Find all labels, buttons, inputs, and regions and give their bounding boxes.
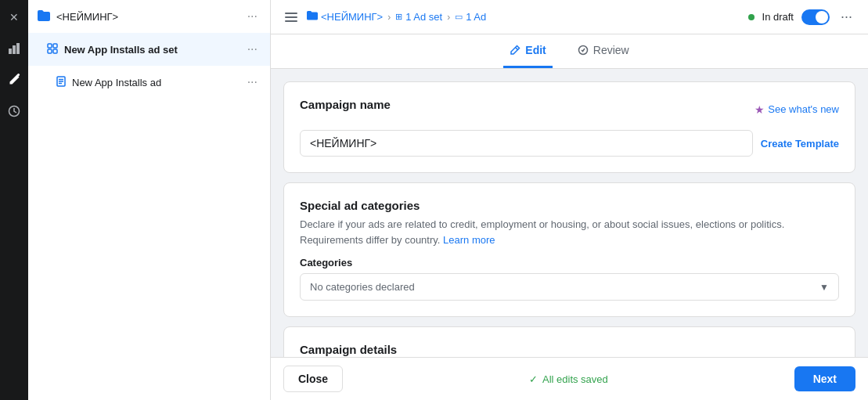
ad-label: New App Installs ad [72, 77, 244, 88]
campaign-name-header: Campaign name ★ See what's new [300, 98, 839, 121]
adset-breadcrumb-icon: ⊞ [395, 12, 402, 22]
pencil-nav-icon[interactable] [3, 69, 25, 91]
breadcrumb-ad[interactable]: ▭ 1 Ad [455, 11, 486, 23]
adset-label: New App Installs ad set [64, 44, 244, 56]
saved-status: ✓ All edits saved [529, 373, 608, 385]
top-bar: <НЕЙМИНГ> › ⊞ 1 Ad set › ▭ 1 Ad In draft… [271, 0, 868, 34]
campaign-more-button[interactable]: ··· [244, 8, 261, 25]
svg-rect-1 [13, 45, 16, 54]
svg-rect-6 [48, 49, 52, 53]
next-button[interactable]: Next [794, 366, 855, 391]
see-whats-new-button[interactable]: ★ See what's new [755, 103, 839, 116]
see-whats-new-label: See what's new [768, 103, 839, 115]
tab-edit[interactable]: Edit [503, 34, 552, 68]
svg-rect-13 [285, 16, 297, 18]
special-ad-categories-desc: Declare if your ads are related to credi… [300, 217, 839, 247]
sidebar-toggle-icon[interactable] [283, 9, 299, 25]
campaign-name-input[interactable] [300, 130, 753, 157]
topbar-more-button[interactable]: ··· [837, 5, 855, 28]
tab-review[interactable]: Review [571, 34, 636, 68]
campaign-breadcrumb-icon [307, 11, 318, 23]
check-icon: ✓ [529, 373, 538, 385]
adset-icon [47, 43, 58, 56]
breadcrumb-campaign[interactable]: <НЕЙМИНГ> [307, 11, 383, 23]
star-icon: ★ [755, 103, 765, 116]
chevron-down-icon: ▼ [819, 282, 829, 293]
sidebar-close-button[interactable]: ✕ [3, 6, 25, 28]
breadcrumb-sep-2: › [447, 12, 450, 23]
campaign-name-title: Campaign name [300, 98, 391, 111]
breadcrumb: <НЕЙМИНГ> › ⊞ 1 Ad set › ▭ 1 Ad [283, 9, 486, 25]
form-area: Campaign name ★ See what's new Create Te… [271, 69, 868, 357]
breadcrumb-ad-label: 1 Ad [466, 11, 486, 23]
svg-rect-2 [16, 43, 20, 54]
svg-rect-12 [285, 13, 297, 14]
campaign-name-card: Campaign name ★ See what's new Create Te… [283, 81, 855, 173]
svg-rect-0 [9, 49, 12, 54]
create-template-button[interactable]: Create Template [761, 138, 839, 150]
special-ad-categories-title: Special ad categories [300, 199, 839, 212]
categories-field-label: Categories [300, 257, 839, 268]
breadcrumb-adset[interactable]: ⊞ 1 Ad set [395, 11, 442, 23]
tab-review-label: Review [593, 44, 629, 56]
tree-ad-item[interactable]: New App Installs ad ··· [28, 66, 270, 99]
ad-breadcrumb-icon: ▭ [455, 12, 463, 22]
svg-line-15 [516, 48, 518, 50]
bottom-bar: Close ✓ All edits saved Next [271, 357, 868, 400]
tree-campaign-item[interactable]: <НЕЙМИНГ> ··· [28, 0, 270, 33]
adset-more-button[interactable]: ··· [244, 41, 261, 58]
main-content: <НЕЙМИНГ> › ⊞ 1 Ad set › ▭ 1 Ad In draft… [271, 0, 868, 400]
ad-more-button[interactable]: ··· [244, 74, 261, 91]
campaign-details-title: Campaign details [300, 343, 839, 356]
draft-toggle[interactable] [801, 9, 830, 25]
saved-label: All edits saved [542, 373, 608, 385]
tab-edit-label: Edit [525, 44, 546, 56]
close-button[interactable]: Close [283, 366, 343, 392]
breadcrumb-sep-1: › [387, 12, 391, 23]
campaign-name-row: Create Template [300, 130, 839, 157]
special-ad-categories-card: Special ad categories Declare if your ad… [283, 182, 855, 317]
campaign-label: <НЕЙМИНГ> [56, 11, 244, 23]
svg-rect-4 [48, 44, 52, 48]
svg-rect-7 [53, 49, 57, 53]
top-bar-right: In draft ··· [748, 5, 855, 28]
campaign-details-card: Campaign details Buying type Auction Cam… [283, 326, 855, 357]
learn-more-link[interactable]: Learn more [443, 234, 495, 246]
ad-icon [56, 76, 66, 89]
status-label: In draft [762, 11, 794, 23]
tree-sidebar: <НЕЙМИНГ> ··· New App Installs ad set ··… [28, 0, 271, 400]
svg-rect-5 [53, 44, 57, 48]
breadcrumb-adset-label: 1 Ad set [405, 11, 442, 23]
svg-rect-14 [285, 20, 297, 22]
tree-adset-item[interactable]: New App Installs ad set ··· [28, 33, 270, 66]
categories-select[interactable]: No categories declared ▼ [300, 273, 839, 301]
campaign-folder-icon [38, 10, 50, 23]
status-dot [748, 14, 755, 20]
tab-bar: Edit Review [271, 34, 868, 69]
icon-sidebar: ✕ [0, 0, 28, 400]
breadcrumb-campaign-label: <НЕЙМИНГ> [321, 11, 383, 23]
categories-placeholder: No categories declared [310, 281, 415, 293]
clock-nav-icon[interactable] [3, 100, 25, 122]
chart-nav-icon[interactable] [3, 38, 25, 59]
